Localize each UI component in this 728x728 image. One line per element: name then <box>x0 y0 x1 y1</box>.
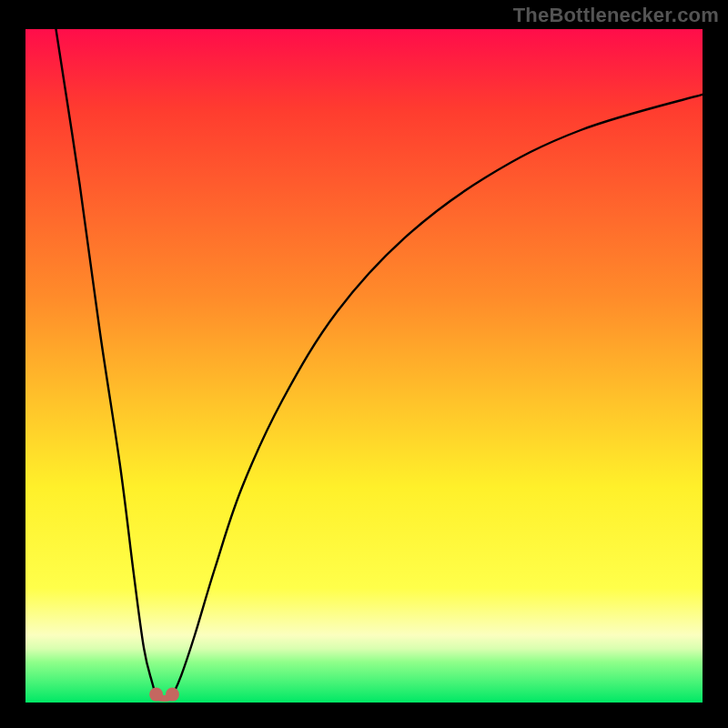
gradient-background <box>25 29 703 703</box>
marker-point-0 <box>149 688 163 702</box>
chart-frame: TheBottlenecker.com <box>0 0 728 728</box>
attribution-text: TheBottlenecker.com <box>513 4 719 27</box>
bottleneck-chart <box>0 0 728 728</box>
marker-point-1 <box>166 688 179 702</box>
